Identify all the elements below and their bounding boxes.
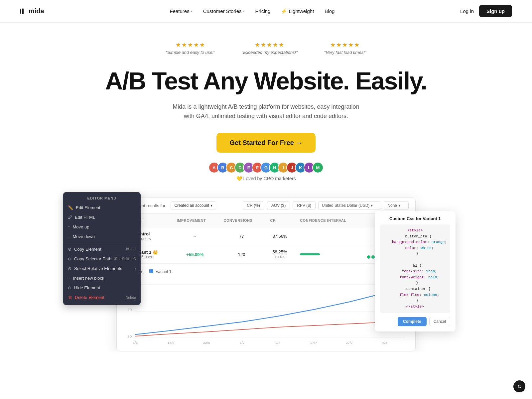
logo[interactable]: mida <box>20 7 44 15</box>
editor-menu-icon: 🗑 <box>68 295 72 300</box>
editor-menu-icon: ↑ <box>68 224 70 229</box>
css-code-block: <style> .button_cta { background-color: … <box>380 224 450 313</box>
editor-menu-icon: ↓ <box>68 234 70 239</box>
experiment-select[interactable]: Created an account ▾ <box>171 201 216 209</box>
editor-menu-item[interactable]: ↓ Move down <box>63 232 141 241</box>
chevron-down-icon: ▾ <box>243 9 245 13</box>
css-panel: Custom Css for Variant 1 <style> .button… <box>375 211 456 332</box>
nav-links: Features ▾ Customer Stories ▾ Pricing ⚡ … <box>170 8 334 14</box>
review-text-2: "Exceeded my expectations!" <box>242 50 298 55</box>
table-row: V1 Variant 1 👑 206 users +55.09% 120 58.… <box>117 245 415 264</box>
confidence-cell <box>295 227 362 245</box>
nav-features[interactable]: Features ▾ <box>170 8 192 14</box>
stars-1: ★★★★★ <box>176 41 205 49</box>
stars-3: ★★★★★ <box>330 41 360 49</box>
editor-menu-item[interactable]: + Insert new block <box>63 273 141 283</box>
loved-section: ABCDEFGHIJKLM 💛 Loved by CRO marketers <box>7 162 525 181</box>
css-cancel-button[interactable]: Cancel <box>429 317 450 326</box>
nav-blog[interactable]: Blog <box>325 8 334 14</box>
hero-subtext: Mida is a lightweight A/B testing platfo… <box>7 102 525 121</box>
editor-menu-item[interactable]: ⊙ Copy Element ⌘ + C <box>63 244 141 254</box>
avatar: M <box>312 162 324 173</box>
editor-menu-item[interactable]: ⊙ Select Relative Elements › <box>63 264 141 273</box>
editor-menu-item[interactable]: ⊙ Copy Selector Path ⌘ + Shift + C <box>63 254 141 264</box>
th-cr: CR <box>265 214 295 227</box>
review-text-1: "Simple and easy to use!" <box>166 50 215 55</box>
th-confidence: CONFIDENCE INTERVAL <box>295 214 362 227</box>
review-text-3: "Very fast load times!" <box>324 50 366 55</box>
reviews-row: ★★★★★ "Simple and easy to use!" ★★★★★ "E… <box>7 41 525 55</box>
chevron-down-icon: ▾ <box>210 203 212 208</box>
chart-legend: Control Variant 1 <box>123 269 409 274</box>
logo-icon <box>20 8 26 14</box>
editor-menu-icon: ⊙ <box>68 247 71 252</box>
nav-lightweight[interactable]: ⚡ Lightweight <box>281 8 314 14</box>
dashboard-container: Experiment results for Created an accoun… <box>116 197 416 351</box>
signup-button[interactable]: Sign up <box>479 5 512 17</box>
currency-select[interactable]: United States Dollar (USD) ▾ <box>318 201 381 209</box>
pill-cr[interactable]: CR (%) <box>243 201 264 209</box>
svg-text:22/6: 22/6 <box>203 341 210 344</box>
th-conversions: CONVERSIONS <box>218 214 265 227</box>
review-item-1: ★★★★★ "Simple and easy to use!" <box>166 41 215 55</box>
editor-menu: Editor Menu ✏️ Edit Element 🖊 Edit HTML … <box>63 192 141 305</box>
editor-menu-icon: 🖊 <box>68 215 72 220</box>
svg-text:6/6: 6/6 <box>133 341 138 344</box>
chart-area: Control Variant 1 20 20 20 <box>117 264 415 351</box>
legend-variant1: Variant 1 <box>149 269 171 274</box>
table-header-row: VARIANTS IMPROVEMENT CONVERSIONS CR CONF… <box>117 214 415 227</box>
editor-menu-icon: ✏️ <box>68 205 73 210</box>
svg-text:14/6: 14/6 <box>168 341 175 344</box>
editor-menu-icon: ⊙ <box>68 256 71 261</box>
editor-menu-icon: ⊙ <box>68 285 71 290</box>
chevron-down-icon: ▾ <box>191 9 193 13</box>
svg-text:27/7: 27/7 <box>346 341 353 344</box>
css-panel-actions: Complete Cancel <box>380 317 450 326</box>
loved-text: 💛 Loved by CRO marketers <box>236 176 296 181</box>
conversions-cell: 77 <box>218 227 265 245</box>
chevron-down-icon: ▾ <box>398 203 400 208</box>
svg-text:1/7: 1/7 <box>240 341 245 344</box>
review-item-2: ★★★★★ "Exceeded my expectations!" <box>242 41 298 55</box>
lightning-icon: ⚡ <box>281 8 287 14</box>
navbar: mida Features ▾ Customer Stories ▾ Prici… <box>0 0 532 23</box>
avatar-group: ABCDEFGHIJKLM <box>208 162 324 173</box>
nav-pricing[interactable]: Pricing <box>255 8 271 14</box>
svg-text:5/8: 5/8 <box>382 341 387 344</box>
hero-section: ★★★★★ "Simple and easy to use!" ★★★★★ "E… <box>0 23 532 351</box>
pill-aov[interactable]: AOV ($) <box>267 201 290 209</box>
nav-actions: Log in Sign up <box>460 5 512 17</box>
svg-text:17/7: 17/7 <box>310 341 317 344</box>
metric-pills: CR (%) AOV ($) RPV ($) United States Dol… <box>243 201 409 209</box>
editor-menu-item[interactable]: 🗑 Delete Element Delete <box>63 293 141 302</box>
css-complete-button[interactable]: Complete <box>398 317 427 326</box>
css-panel-title: Custom Css for Variant 1 <box>380 216 450 221</box>
nav-customer-stories[interactable]: Customer Stories ▾ <box>203 8 245 14</box>
stars-2: ★★★★★ <box>255 41 285 49</box>
svg-text:9/7: 9/7 <box>275 341 280 344</box>
improvement-cell: -- <box>172 227 218 245</box>
login-button[interactable]: Log in <box>460 8 474 14</box>
pill-rpv[interactable]: RPV ($) <box>293 201 316 209</box>
cr-cell: 58.25% ±9.4% <box>265 245 295 264</box>
dashboard-topbar: Experiment results for Created an accoun… <box>117 198 415 214</box>
improvement-cell: +55.09% <box>172 245 218 264</box>
editor-menu-item[interactable]: ↑ Move up <box>63 222 141 232</box>
svg-text:20: 20 <box>127 308 132 312</box>
variants-table: VARIANTS IMPROVEMENT CONVERSIONS CR CONF… <box>117 214 415 264</box>
dashboard-preview: Editor Menu ✏️ Edit Element 🖊 Edit HTML … <box>116 197 416 351</box>
editor-menu-item[interactable]: 🖊 Edit HTML <box>63 212 141 222</box>
review-item-3: ★★★★★ "Very fast load times!" <box>324 41 366 55</box>
editor-menu-icon: + <box>68 276 70 281</box>
editor-menu-item[interactable]: ✏️ Edit Element <box>63 203 141 212</box>
logo-text: mida <box>29 7 44 15</box>
cta-button[interactable]: Get Started For Free → <box>216 133 316 153</box>
th-improvement: IMPROVEMENT <box>172 214 218 227</box>
none-select[interactable]: None ▾ <box>384 201 409 209</box>
editor-menu-title: Editor Menu <box>63 195 141 203</box>
editor-menu-item[interactable]: ⊙ Hide Element <box>63 283 141 293</box>
chevron-right-icon: › <box>135 267 136 271</box>
svg-text:20: 20 <box>127 335 132 338</box>
chart-svg: 20 20 20 6/6 14/6 22/6 <box>123 278 409 344</box>
conversions-cell: 120 <box>218 245 265 264</box>
